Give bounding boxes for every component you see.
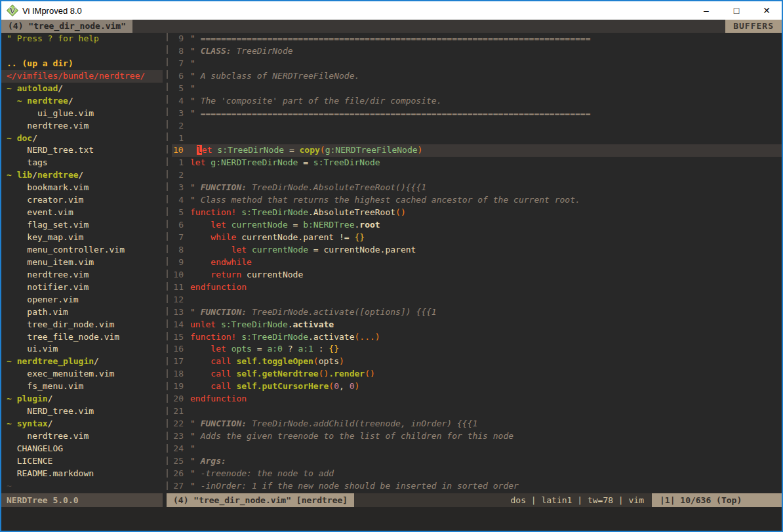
code-line[interactable]: 23" Adds the given treenode to the list … bbox=[172, 430, 782, 443]
code-line[interactable]: 26" -treenode: the node to add bbox=[172, 468, 782, 480]
buffers-tab[interactable]: BUFFERS bbox=[725, 20, 782, 33]
code-line[interactable]: 8 let currentNode = currentNode.parent bbox=[172, 244, 782, 256]
code-line[interactable]: 24" bbox=[172, 443, 782, 455]
tree-item[interactable]: ui.vim bbox=[1, 343, 163, 356]
code-line[interactable]: 5function! s:TreeDirNode.AbsoluteTreeRoo… bbox=[172, 207, 782, 219]
code-line[interactable]: 7 while currentNode.parent != {} bbox=[172, 232, 782, 244]
code-line[interactable]: 9 endwhile bbox=[172, 256, 782, 269]
code-line[interactable]: 14unlet s:TreeDirNode.activate bbox=[172, 319, 782, 331]
token: ui_glue.vim bbox=[7, 108, 94, 118]
tree-item[interactable]: ~ doc/ bbox=[1, 133, 163, 145]
tree-item[interactable]: opener.vim bbox=[1, 294, 163, 306]
tree-item[interactable]: tags bbox=[1, 157, 163, 169]
maximize-button[interactable]: □ bbox=[721, 1, 752, 20]
token: / bbox=[68, 96, 73, 106]
tree-item[interactable]: CHANGELOG bbox=[1, 443, 163, 455]
tree-item[interactable]: ~ plugin/ bbox=[1, 393, 163, 405]
tree-item[interactable]: event.vim bbox=[1, 207, 163, 219]
line-number: 15 bbox=[172, 331, 190, 344]
code-line[interactable]: 20endfunction bbox=[172, 393, 782, 405]
token: ~ plugin bbox=[7, 394, 48, 403]
code-line[interactable]: 6" A subclass of NERDTreeFileNode. bbox=[172, 70, 782, 83]
tree-item[interactable]: creator.vim bbox=[1, 194, 163, 207]
code-line[interactable]: 2 bbox=[172, 169, 782, 182]
tree-item[interactable]: ~ syntax/ bbox=[1, 418, 163, 430]
token: " -treenode: the node to add bbox=[190, 468, 334, 478]
tree-item[interactable]: ~ bbox=[1, 480, 163, 493]
tree-item[interactable]: menu_controller.vim bbox=[1, 244, 163, 256]
token: ui.vim bbox=[7, 344, 58, 354]
token: " ======================================… bbox=[190, 33, 590, 43]
tree-item[interactable]: tree_dir_node.vim bbox=[1, 319, 163, 331]
token: : bbox=[313, 344, 329, 354]
split-separator-line bbox=[167, 33, 168, 493]
tree-item[interactable]: nerdtree.vim bbox=[1, 120, 163, 133]
token: NERD_tree.vim bbox=[7, 406, 94, 416]
tree-item[interactable]: bookmark.vim bbox=[1, 182, 163, 194]
tree-item[interactable]: ~ nerdtree_plugin/ bbox=[1, 356, 163, 368]
tree-item[interactable]: path.vim bbox=[1, 306, 163, 319]
tree-item[interactable]: ~ autoload/ bbox=[1, 83, 163, 95]
code-line[interactable]: 21 bbox=[172, 405, 782, 418]
token: endwhile bbox=[211, 257, 252, 267]
code-line[interactable]: 4" Class method that returns the highest… bbox=[172, 194, 782, 207]
tree-item[interactable]: README.markdown bbox=[1, 468, 163, 480]
token bbox=[190, 270, 211, 279]
token: ? bbox=[283, 344, 298, 354]
token: LICENCE bbox=[7, 456, 52, 466]
code-line[interactable]: 25" Args: bbox=[172, 455, 782, 468]
code-line[interactable]: 18 call self.getNerdtree().render() bbox=[172, 368, 782, 380]
code-line[interactable]: 19 call self.putCursorHere(0, 0) bbox=[172, 380, 782, 393]
code-line[interactable]: 11endfunction bbox=[172, 281, 782, 294]
code-line[interactable]: 27" -inOrder: 1 if the new node should b… bbox=[172, 480, 782, 493]
tree-item[interactable]: .. (up a dir) bbox=[1, 58, 163, 70]
tree-item[interactable]: </vimfiles/bundle/nerdtree/ bbox=[1, 70, 163, 83]
minimize-button[interactable]: – bbox=[691, 1, 721, 20]
tree-item[interactable]: key_map.vim bbox=[1, 232, 163, 244]
token bbox=[190, 232, 211, 242]
line-number: 11 bbox=[172, 281, 190, 294]
tab-tree-dir-node[interactable]: (4) "tree_dir_node.vim" bbox=[1, 20, 132, 33]
tree-item[interactable]: nerdtree.vim bbox=[1, 269, 163, 281]
tree-item[interactable]: fs_menu.vim bbox=[1, 380, 163, 393]
code-line[interactable]: 22" FUNCTION: TreeDirNode.addChild(treen… bbox=[172, 418, 782, 430]
code-line[interactable]: 8" CLASS: TreeDirNode bbox=[172, 45, 782, 58]
tree-item[interactable]: notifier.vim bbox=[1, 281, 163, 294]
code-line[interactable]: 3" =====================================… bbox=[172, 108, 782, 120]
tree-item[interactable]: " Press ? for help bbox=[1, 33, 163, 45]
tree-item[interactable]: NERD_tree.txt bbox=[1, 144, 163, 157]
code-line[interactable]: 17 call self.toggleOpen(opts) bbox=[172, 356, 782, 368]
tree-item[interactable]: flag_set.vim bbox=[1, 219, 163, 232]
token bbox=[190, 344, 211, 354]
tree-item[interactable]: tree_file_node.vim bbox=[1, 331, 163, 344]
code-line[interactable]: 1 bbox=[172, 133, 782, 145]
code-line[interactable]: 6 let currentNode = b:NERDTree.root bbox=[172, 219, 782, 232]
code-line[interactable]: 12 bbox=[172, 294, 782, 306]
code-line[interactable]: 7" bbox=[172, 58, 782, 70]
tree-item[interactable]: ui_glue.vim bbox=[1, 108, 163, 120]
code-line-current[interactable]: 10let s:TreeDirNode = copy(g:NERDTreeFil… bbox=[172, 144, 782, 157]
code-line[interactable]: 15function! s:TreeDirNode.activate(...) bbox=[172, 331, 782, 344]
close-button[interactable]: ✕ bbox=[752, 1, 782, 20]
code-line[interactable]: 9" =====================================… bbox=[172, 33, 782, 45]
window-split-separator[interactable] bbox=[163, 33, 172, 493]
code-line[interactable]: 3" FUNCTION: TreeDirNode.AbsoluteTreeRoo… bbox=[172, 182, 782, 194]
code-line[interactable]: 10 return currentNode bbox=[172, 269, 782, 281]
tree-item[interactable]: nerdtree.vim bbox=[1, 430, 163, 443]
code-line[interactable]: 16 let opts = a:0 ? a:1 : {} bbox=[172, 343, 782, 356]
code-line[interactable]: 2 bbox=[172, 120, 782, 133]
tree-item[interactable]: ~ lib/nerdtree/ bbox=[1, 169, 163, 182]
token: . bbox=[288, 319, 293, 329]
tree-item[interactable]: NERD_tree.vim bbox=[1, 405, 163, 418]
tree-item[interactable]: LICENCE bbox=[1, 455, 163, 468]
code-line[interactable]: 1let g:NERDTreeDirNode = s:TreeDirNode bbox=[172, 157, 782, 169]
code-line[interactable]: 13" FUNCTION: TreeDirNode.activate([opti… bbox=[172, 306, 782, 319]
command-line[interactable] bbox=[1, 507, 782, 531]
tree-item[interactable] bbox=[1, 45, 163, 58]
tree-item[interactable]: ~ nerdtree/ bbox=[1, 95, 163, 108]
token: .. (up a dir) bbox=[7, 58, 73, 68]
code-line[interactable]: 4" The 'composite' part of the file/dir … bbox=[172, 95, 782, 108]
tree-item[interactable]: menu_item.vim bbox=[1, 256, 163, 269]
tree-item[interactable]: exec_menuitem.vim bbox=[1, 368, 163, 380]
code-line[interactable]: 5" bbox=[172, 83, 782, 95]
